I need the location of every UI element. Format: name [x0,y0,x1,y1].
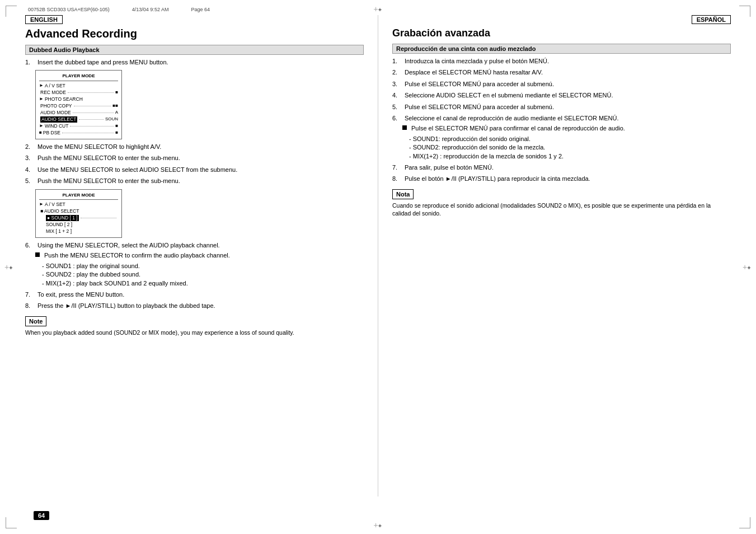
corner-mark-tl [6,6,17,17]
es-step-4: 4. Seleccione AUDIO SELECT en el submenú… [392,91,731,100]
es-step-1: 1. Introduzca la cinta mezclada y pulse … [392,57,731,65]
english-note-label: Note [25,316,46,326]
english-note-text: When you playback added sound (SOUND2 or… [25,329,364,337]
step-1: 1. Insert the dubbed tape and press MENU… [25,58,364,67]
english-column: ENGLISH Advanced Recording Dubbed Audio … [25,15,378,496]
es-step-2: 2. Desplace el SELECTOR MENÚ hasta resal… [392,68,731,77]
step-5: 5. Push the MENU SELECTOR to enter the s… [25,177,364,185]
page-number: 64 [34,511,49,520]
es-step-3: 3. Pulse el SELECTOR MENÚ para acceder a… [392,80,731,88]
spanish-note-text: Cuando se reproduce el sonido adicional … [392,202,731,218]
spanish-note-label: Nota [392,189,414,199]
menu-diagram-2-container: PLAYER MODE ►A / V SET ■ AUDIO SELECT ● … [35,189,364,238]
menu-diagram-1: PLAYER MODE ►A / V SET REC MODE■ ►PHOTO … [35,70,122,139]
cross-bottom: + [374,521,383,530]
step-8: 8. Press the ►/II (PLAY/STILL) button to… [25,302,364,310]
es-step-8: 8. Pulse el botón ►/II (PLAY/STILL) para… [392,175,731,183]
corner-mark-br [739,517,750,528]
spanish-lang-badge: ESPAÑOL [692,15,731,24]
english-steps: 1. Insert the dubbed tape and press MENU… [25,58,364,311]
corner-mark-bl [6,517,17,528]
corner-mark-tr [739,6,750,17]
step-7: 7. To exit, press the MENU button. [25,291,364,299]
english-subsection-header: Dubbed Audio Playback [25,45,364,55]
es-step-6: 6. Seleccione el canal de reproducción d… [392,114,731,161]
step-6: 6. Using the MENU SELECTOR, select the A… [25,241,364,288]
es-step-5: 5. Pulse el SELECTOR MENÚ para acceder a… [392,103,731,111]
english-lang-badge: ENGLISH [25,15,63,24]
step-2: 2. Move the MENU SELECTOR to highlight A… [25,143,364,151]
spanish-column: ESPAÑOL Grabación avanzada Reproducción … [378,15,731,496]
step-4: 4. Use the MENU SELECTOR to select AUDIO… [25,166,364,174]
spanish-section-title: Grabación avanzada [392,27,731,39]
menu-diagram-1-container: PLAYER MODE ►A / V SET REC MODE■ ►PHOTO … [35,70,364,139]
spanish-steps: 1. Introduzca la cinta mezclada y pulse … [392,57,731,184]
spanish-subsection-header: Reproducción de una cinta con audio mezc… [392,44,731,54]
menu-diagram-2: PLAYER MODE ►A / V SET ■ AUDIO SELECT ● … [35,189,122,238]
cross-top: + [374,4,383,13]
cross-left: + [4,263,13,271]
step-3: 3. Push the MENU SELECTOR to enter the s… [25,154,364,162]
cross-right: + [743,263,752,271]
es-step-7: 7. Para salir, pulse el botón MENÚ. [392,163,731,172]
english-section-title: Advanced Recording [25,27,364,40]
